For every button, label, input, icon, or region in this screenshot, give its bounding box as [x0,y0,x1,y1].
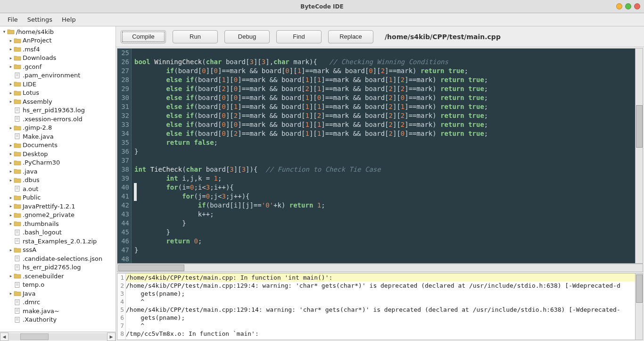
console-vscroll-thumb[interactable] [636,274,643,303]
minimize-icon[interactable] [616,3,622,9]
code-line[interactable]: if(board[i][j]=='0'+k) return 1; [134,201,635,210]
console-line[interactable]: /tmp/cc5vTm8x.o: In function `main': [126,330,635,338]
expander-closed-icon[interactable]: ▸ [8,274,13,278]
editor-hscrollbar[interactable] [117,264,643,272]
tree-item[interactable]: .dmrc [2,298,116,307]
console-line[interactable]: ^ [126,298,635,306]
console-vscrollbar[interactable] [635,274,643,340]
maximize-icon[interactable] [625,3,631,9]
debug-button[interactable]: Debug [224,30,270,43]
code-line[interactable]: } [134,147,635,156]
tree-item[interactable]: .pam_environment [2,71,116,80]
tree-item[interactable]: .candidate-selections.json [2,254,116,263]
tree-item[interactable]: ▸Documents [2,141,116,150]
expander-open-icon[interactable]: ▾ [2,29,7,34]
console-line[interactable]: /home/s4kib/CPP/test/main.cpp: In functi… [126,274,635,282]
expander-closed-icon[interactable]: ▸ [8,47,13,51]
tree-item[interactable]: ▸.gconf [2,62,116,71]
code-line[interactable] [134,156,635,165]
tree-item[interactable]: .Xauthority [2,316,116,324]
file-tree[interactable]: ▾/home/s4kib▸AnProject▸.msf4▸Downloads▸.… [0,26,116,332]
expander-closed-icon[interactable]: ▸ [8,169,13,174]
expander-closed-icon[interactable]: ▸ [8,221,13,226]
expander-closed-icon[interactable]: ▸ [8,195,13,200]
tree-item[interactable]: .bash_logout [2,228,116,237]
menu-settings[interactable]: Settings [23,14,57,25]
code-line[interactable] [134,49,635,58]
code-editor[interactable]: 2526272829303132333435363738394041424344… [117,48,643,264]
code-line[interactable]: else if(board[1][0]==mark && board[1][1]… [134,75,635,84]
code-content[interactable]: bool WinningCheck(char board[3][3],char … [132,49,635,263]
tree-item[interactable]: ▸Public [2,193,116,202]
tree-item[interactable]: make.java~ [2,307,116,316]
tree-item[interactable]: ▸Java [2,289,116,298]
code-line[interactable]: if(board[0][0]==mark && board[0][1]==mar… [134,67,635,75]
fold-marker-icon[interactable] [134,183,137,192]
tree-item[interactable]: ▸sssA [2,246,116,255]
tree-item[interactable]: ▸JavaPrettify-1.2.1 [2,202,116,211]
fold-marker-icon[interactable] [134,192,137,201]
code-line[interactable]: else if(board[0][2]==mark && board[1][2]… [134,111,635,120]
tree-item[interactable]: a.out [2,184,116,193]
expander-closed-icon[interactable]: ▸ [8,178,13,183]
scroll-thumb[interactable] [20,333,49,340]
tree-item[interactable]: ▾/home/s4kib [2,27,116,36]
find-button[interactable]: Find [276,30,322,43]
expander-closed-icon[interactable]: ▸ [8,38,13,43]
tree-item[interactable]: ▸.msf4 [2,45,116,54]
code-line[interactable]: else if(board[0][2]==mark && board[1][1]… [134,129,635,138]
code-line[interactable]: return 0; [134,237,635,246]
expander-closed-icon[interactable]: ▸ [8,151,13,156]
editor-hscroll-thumb[interactable] [118,265,184,271]
code-line[interactable]: int TieCheck(char board[3][3]){ // Funct… [134,165,635,174]
replace-button[interactable]: Replace [328,30,373,43]
editor-vscroll-thumb[interactable] [636,105,643,148]
scroll-right-icon[interactable]: ▶ [107,333,116,341]
tree-item[interactable]: ▸Assembly [2,97,116,106]
expander-closed-icon[interactable]: ▸ [8,56,13,60]
code-line[interactable]: else if(board[0][1]==mark && board[1][1]… [134,102,635,111]
tree-item[interactable]: ▸.java [2,167,116,176]
expander-closed-icon[interactable]: ▸ [8,291,13,296]
code-line[interactable]: for(j=0;j<3;j++){ [134,192,635,201]
tree-item[interactable]: rsta_Examples_2.0.1.zip [2,237,116,246]
expander-closed-icon[interactable]: ▸ [8,248,13,252]
expander-closed-icon[interactable]: ▸ [8,204,13,208]
code-line[interactable]: int i,j,k = 1; [134,174,635,183]
code-line[interactable]: k++; [134,210,635,219]
tree-item[interactable]: ▸.gnome2_private [2,211,116,220]
sidebar-hscrollbar[interactable]: ◀ ▶ [0,332,116,341]
console-line[interactable]: gets(pname); [126,314,635,322]
tree-item[interactable]: hs_err_pid2765.log [2,263,116,272]
tree-item[interactable]: ▸.gimp-2.8 [2,124,116,133]
code-line[interactable]: return false; [134,138,635,147]
tree-item[interactable]: ▸LIDE [2,80,116,89]
tree-item[interactable]: ▸.dbus [2,176,116,185]
tree-item[interactable]: temp.o [2,281,116,290]
console-line[interactable]: /home/s4kib/CPP/test/main.cpp:129:14: wa… [126,306,635,314]
output-console[interactable]: 12345678 /home/s4kib/CPP/test/main.cpp: … [117,273,643,340]
console-line[interactable]: /home/s4kib/CPP/test/main.cpp:129:4: war… [126,282,635,290]
scroll-track[interactable] [8,333,107,340]
code-line[interactable]: else if(board[2][0]==mark && board[2][1]… [134,84,635,93]
tree-item[interactable]: ▸Downloads [2,54,116,63]
expander-closed-icon[interactable]: ▸ [8,143,13,148]
console-content[interactable]: /home/s4kib/CPP/test/main.cpp: In functi… [126,274,635,340]
expander-closed-icon[interactable]: ▸ [8,64,13,69]
expander-closed-icon[interactable]: ▸ [8,160,13,165]
expander-closed-icon[interactable]: ▸ [8,91,13,95]
menu-file[interactable]: File [3,14,23,25]
tree-item[interactable]: ▸AnProject [2,36,116,45]
close-icon[interactable] [634,3,640,9]
compile-button[interactable]: Compile [121,30,166,43]
code-line[interactable]: bool WinningCheck(char board[3][3],char … [134,58,635,67]
console-line[interactable]: ^ [126,322,635,330]
tree-item[interactable]: hs_err_pid19363.log [2,106,116,115]
code-line[interactable]: } [134,246,635,255]
editor-vscrollbar[interactable] [635,49,643,263]
console-line[interactable]: gets(pname); [126,290,635,298]
tree-item[interactable]: ▸.thumbnails [2,219,116,228]
code-line[interactable]: for(i=0;i<3;i++){ [134,183,635,192]
tree-item[interactable]: .xsession-errors.old [2,115,116,124]
expander-closed-icon[interactable]: ▸ [8,99,13,104]
